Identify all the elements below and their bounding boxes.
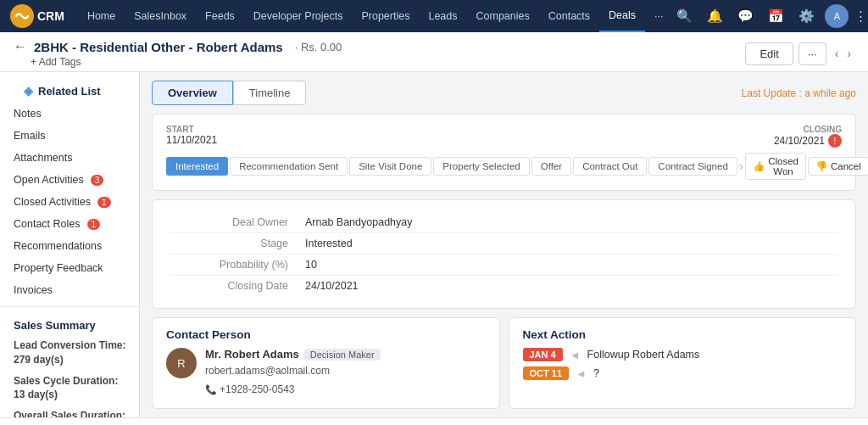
closed-won-button[interactable]: 👍 Closed Won	[745, 153, 806, 180]
nav-properties[interactable]: Properties	[352, 0, 419, 32]
start-date-block: START 11/10/2021	[166, 125, 217, 148]
top-bar: Overview Timeline Last Update : a while …	[152, 81, 856, 105]
tab-overview[interactable]: Overview	[152, 81, 233, 105]
closing-date-row: Closing Date 24/10/2021	[170, 276, 838, 296]
contact-role-badge: Decision Maker	[304, 349, 381, 361]
contact-section-title: Contact Person	[166, 328, 486, 341]
sidebar-item-closed-activities[interactable]: Closed Activities 1	[0, 191, 139, 213]
action-label-2: ?	[593, 367, 599, 379]
nav-right-icons: 🔍 🔔 💬 📅 ⚙️ A ⋮⋮	[672, 4, 868, 28]
contact-details: Mr. Robert Adams Decision Maker robert.a…	[205, 348, 381, 398]
edit-button[interactable]: Edit	[745, 42, 793, 65]
apps-icon[interactable]: ⋮⋮	[855, 4, 868, 28]
deal-owner-row: Deal Owner Arnab Bandyopadhyay	[170, 212, 838, 233]
nav-feeds[interactable]: Feeds	[196, 0, 244, 32]
nav-developer-projects[interactable]: Developer Projects	[244, 0, 353, 32]
status-bar: 💬 Ask Zia ↩ ↪ ⏱ ☰	[0, 417, 868, 425]
nav-home[interactable]: Home	[78, 0, 125, 32]
nav-arrows: ‹ ›	[832, 45, 854, 62]
contact-email: robert.adams@aolmail.com	[205, 363, 381, 379]
probability-row: Probability (%) 10	[170, 254, 838, 276]
contact-phone: +1928-250-0543	[205, 382, 381, 398]
calendar-icon[interactable]: 📅	[764, 4, 787, 28]
sidebar-item-emails[interactable]: Emails	[0, 125, 139, 147]
logo[interactable]: CRM	[10, 4, 64, 28]
nav-deals[interactable]: Deals	[599, 0, 645, 32]
action-tag-oct: OCT 11	[523, 366, 570, 380]
settings-icon[interactable]: ⚙️	[794, 4, 818, 28]
closing-alert-icon: !	[828, 134, 842, 148]
add-tags-button[interactable]: + Add Tags	[31, 56, 342, 68]
main-layout: ◈ Related List Notes Emails Attachments …	[0, 72, 868, 417]
sidebar: ◈ Related List Notes Emails Attachments …	[0, 72, 140, 417]
action-arrow-2: ◄	[576, 367, 587, 380]
chat-icon[interactable]: 💬	[733, 4, 757, 28]
action-arrow-1: ◄	[570, 349, 581, 361]
stage-contract-signed[interactable]: Contract Signed	[648, 157, 737, 176]
nav-contacts[interactable]: Contacts	[539, 0, 599, 32]
logo-icon	[10, 4, 34, 28]
sidebar-item-attachments[interactable]: Attachments	[0, 147, 139, 169]
sidebar-item-notes[interactable]: Notes	[0, 103, 139, 125]
action-label-1: Followup Robert Adams	[587, 349, 700, 361]
more-actions-button[interactable]: ···	[798, 42, 826, 65]
contact-avatar: R	[166, 348, 197, 378]
next-action-title: Next Action	[523, 328, 843, 341]
page-subtitle: · Rs. 0.00	[295, 41, 342, 53]
prev-arrow[interactable]: ‹	[832, 45, 843, 62]
sidebar-item-open-activities[interactable]: Open Activities 3	[0, 169, 139, 191]
lead-conversion-time: Lead Conversion Time: 279 day(s)	[0, 335, 139, 371]
stage-row: Stage Interested	[170, 233, 838, 254]
search-icon[interactable]: 🔍	[672, 4, 696, 28]
sidebar-item-property-feedback[interactable]: Property Feedback	[0, 257, 139, 279]
sidebar-divider	[0, 306, 139, 307]
stage-site-visit-done[interactable]: Site Visit Done	[349, 157, 431, 176]
next-arrow[interactable]: ›	[843, 45, 854, 62]
tabs: Overview Timeline	[152, 81, 306, 105]
nav-leads[interactable]: Leads	[419, 0, 466, 32]
stages-row: Interested Recommendation Sent Site Visi…	[166, 153, 842, 180]
sidebar-item-contact-roles[interactable]: Contact Roles 1	[0, 213, 139, 235]
sales-cycle-duration: Sales Cycle Duration: 13 day(s)	[0, 371, 139, 406]
add-tags-row: + Add Tags	[14, 56, 342, 68]
sidebar-item-invoices[interactable]: Invoices	[0, 279, 139, 301]
closing-date-block: CLOSING 24/10/2021 !	[774, 125, 842, 148]
contact-row: R Mr. Robert Adams Decision Maker robert…	[166, 348, 486, 398]
stage-recommendation-sent[interactable]: Recommendation Sent	[230, 157, 348, 176]
nav-companies[interactable]: Companies	[467, 0, 539, 32]
stage-interested[interactable]: Interested	[166, 157, 228, 176]
closed-activities-badge: 1	[97, 197, 111, 208]
nav-more[interactable]: ···	[645, 0, 672, 32]
cancel-button[interactable]: 👎 Cancel	[808, 157, 868, 176]
thumbs-down-icon: 👎	[815, 160, 827, 172]
logo-text: CRM	[37, 9, 64, 23]
content-area: Overview Timeline Last Update : a while …	[140, 72, 868, 417]
breadcrumb-bar: ← 2BHK - Residential Other - Robert Adam…	[0, 32, 868, 72]
sidebar-item-recommendations[interactable]: Recommendations	[0, 235, 139, 257]
stage-offer[interactable]: Offer	[531, 157, 571, 176]
related-list-title: ◈ Related List	[0, 75, 139, 103]
breadcrumb-left: ← 2BHK - Residential Other - Robert Adam…	[14, 39, 342, 54]
sales-summary-title: Sales Summary	[0, 312, 139, 335]
contact-name: Mr. Robert Adams	[205, 348, 299, 361]
nav-salesinbox[interactable]: SalesInbox	[125, 0, 196, 32]
stage-contract-out[interactable]: Contract Out	[573, 157, 647, 176]
bell-icon[interactable]: 🔔	[703, 4, 726, 28]
page-title: 2BHK - Residential Other - Robert Adams	[34, 40, 283, 54]
timeline-card: START 11/10/2021 CLOSING 24/10/2021 ! In…	[152, 114, 856, 191]
next-action-card: Next Action JAN 4 ◄ Followup Robert Adam…	[509, 317, 857, 409]
last-update-label: Last Update : a while ago	[742, 87, 856, 99]
nav-items: Home SalesInbox Feeds Developer Projects…	[78, 0, 673, 32]
action-item-2: OCT 11 ◄ ?	[523, 366, 843, 380]
timeline-dates: START 11/10/2021 CLOSING 24/10/2021 !	[166, 125, 842, 148]
stages-right-arrow[interactable]: ›	[739, 159, 743, 174]
avatar[interactable]: A	[825, 4, 849, 28]
open-activities-badge: 3	[91, 175, 104, 186]
stage-property-selected[interactable]: Property Selected	[433, 157, 529, 176]
overall-sales-duration: Overall Sales Duration: 292	[0, 405, 139, 417]
back-button[interactable]: ←	[14, 39, 27, 54]
thumbs-up-icon: 👍	[753, 160, 765, 172]
tab-timeline[interactable]: Timeline	[233, 81, 307, 105]
top-navigation: CRM Home SalesInbox Feeds Developer Proj…	[0, 0, 868, 32]
action-item-1: JAN 4 ◄ Followup Robert Adams	[523, 348, 843, 361]
